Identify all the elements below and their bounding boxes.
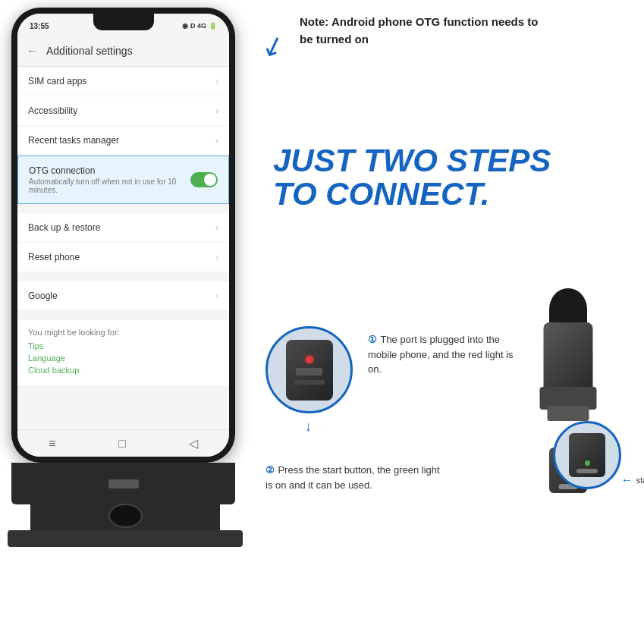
settings-label-reset: Reset phone bbox=[28, 252, 80, 262]
looking-for-link-tips[interactable]: Tips bbox=[28, 341, 218, 350]
mic-clip-lower bbox=[548, 406, 589, 421]
right-section: Note: Android phone OTG function needs t… bbox=[258, 0, 644, 644]
settings-label-sim: SIM card apps bbox=[28, 76, 86, 86]
device-port-1 bbox=[296, 368, 322, 375]
step1-text: The port is plugged into the mobile phon… bbox=[368, 334, 514, 375]
phone-section: 13:55 ◉ D 4G 🔋 ← Additional settings SIM… bbox=[0, 0, 265, 644]
phone-frame: 13:55 ◉ D 4G 🔋 ← Additional settings SIM… bbox=[11, 8, 235, 463]
page-title: Additional settings bbox=[46, 45, 133, 57]
recents-icon[interactable]: □ bbox=[118, 437, 126, 451]
step1-area: ① The port is plugged into the mobile ph… bbox=[368, 332, 527, 377]
settings-item-recent-tasks[interactable]: Recent tasks manager › bbox=[17, 126, 229, 156]
device-circle-2 bbox=[553, 421, 621, 489]
settings-item-accessibility[interactable]: Accessibility › bbox=[17, 96, 229, 126]
chevron-icon: › bbox=[215, 291, 218, 301]
bottom-nav: ≡ □ ◁ bbox=[17, 429, 229, 457]
wifi-icon: ◉ bbox=[182, 22, 188, 30]
device-detail bbox=[294, 380, 325, 385]
steps-heading-line1: JUST TWO STEPS bbox=[273, 144, 551, 177]
settings-gap-3 bbox=[17, 311, 229, 320]
chevron-icon: › bbox=[215, 76, 218, 86]
otg-toggle[interactable] bbox=[190, 172, 218, 187]
startup-arrow-icon: ← bbox=[621, 473, 633, 487]
steps-heading-line2: TO CONNECT. bbox=[273, 177, 551, 211]
settings-item-otg[interactable]: OTG connection Automatically turn off wh… bbox=[17, 156, 229, 204]
device-circle-1 bbox=[265, 326, 353, 413]
settings-gap-1 bbox=[17, 204, 229, 213]
settings-gap-2 bbox=[17, 272, 229, 281]
phone-screen: 13:55 ◉ D 4G 🔋 ← Additional settings SIM… bbox=[17, 14, 229, 457]
steps-heading-area: JUST TWO STEPS TO CONNECT. bbox=[273, 144, 551, 211]
red-led bbox=[306, 356, 313, 363]
mic-clip bbox=[540, 387, 597, 410]
stand-hole bbox=[108, 504, 143, 528]
signal-icon: D 4G bbox=[190, 22, 206, 30]
settings-label-recent-tasks: Recent tasks manager bbox=[28, 135, 119, 146]
settings-item-reset[interactable]: Reset phone › bbox=[17, 243, 229, 272]
step2-area: ② Press the start button, the green ligh… bbox=[265, 463, 440, 492]
step-down-arrow: ↓ bbox=[305, 419, 312, 435]
settings-label-otg: OTG connection bbox=[29, 165, 190, 176]
chevron-icon: › bbox=[215, 222, 218, 233]
note-text: Note: Android phone OTG function needs t… bbox=[300, 15, 538, 46]
startup-label-area: ← start up button bbox=[621, 473, 644, 487]
looking-for-title: You might be looking for: bbox=[28, 328, 218, 337]
settings-list: SIM card apps › Accessibility › Recent t… bbox=[17, 67, 229, 385]
looking-for-link-language[interactable]: Language bbox=[28, 353, 218, 363]
settings-label-backup: Back up & restore bbox=[28, 222, 100, 233]
chevron-icon: › bbox=[215, 252, 218, 262]
status-icons: ◉ D 4G 🔋 bbox=[182, 22, 217, 30]
stand-body bbox=[30, 497, 220, 535]
chevron-icon: › bbox=[215, 105, 218, 116]
back-nav-icon[interactable]: ◁ bbox=[189, 436, 198, 451]
otg-text-group: OTG connection Automatically turn off wh… bbox=[29, 165, 190, 194]
header-bar: ← Additional settings bbox=[17, 35, 229, 67]
dock-connector bbox=[108, 479, 139, 488]
status-time: 13:55 bbox=[30, 22, 49, 30]
settings-item-backup[interactable]: Back up & restore › bbox=[17, 213, 229, 243]
looking-for-link-cloud-backup[interactable]: Cloud backup bbox=[28, 366, 218, 375]
step2-text: Press the start button, the green light … bbox=[265, 464, 440, 491]
chevron-icon: › bbox=[215, 135, 218, 146]
battery-icon: 🔋 bbox=[209, 22, 217, 30]
back-button[interactable]: ← bbox=[27, 44, 39, 58]
step2-number: ② bbox=[265, 464, 275, 476]
phone-stand bbox=[0, 497, 258, 550]
settings-item-sim[interactable]: SIM card apps › bbox=[17, 67, 229, 96]
device-body-2 bbox=[569, 433, 605, 477]
settings-label-google: Google bbox=[28, 291, 58, 301]
looking-for-section: You might be looking for: Tips Language … bbox=[17, 320, 229, 385]
phone-notch bbox=[93, 14, 154, 30]
green-led-2 bbox=[585, 460, 590, 466]
startup-label-text: start up button bbox=[636, 476, 644, 485]
settings-item-google[interactable]: Google › bbox=[17, 281, 229, 311]
settings-label-accessibility: Accessibility bbox=[28, 105, 77, 116]
blue-arrow-icon: ↙ bbox=[257, 27, 290, 65]
toggle-knob bbox=[204, 174, 216, 186]
device-port-2 bbox=[576, 469, 598, 473]
device-body-1 bbox=[286, 340, 333, 401]
home-icon[interactable]: ≡ bbox=[49, 437, 55, 451]
stand-base bbox=[8, 530, 243, 547]
settings-sublabel-otg: Automatically turn off when not in use f… bbox=[29, 177, 190, 194]
note-area: Note: Android phone OTG function needs t… bbox=[300, 14, 550, 48]
step1-number: ① bbox=[368, 334, 377, 345]
